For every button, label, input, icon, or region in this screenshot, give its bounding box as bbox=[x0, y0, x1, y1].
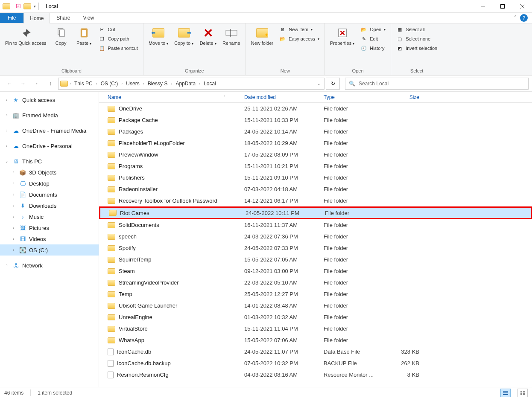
navigation-pane[interactable]: ›★Quick access ›🏢Framed Media ›☁OneDrive… bbox=[0, 92, 99, 387]
open-button[interactable]: 📂Open ▾ bbox=[359, 25, 387, 34]
tab-view[interactable]: View bbox=[76, 13, 100, 23]
nav-framed-media[interactable]: ›🏢Framed Media bbox=[0, 110, 99, 121]
properties-button[interactable]: Properties ▾ bbox=[328, 25, 356, 47]
new-folder-button[interactable]: ✦ New folder bbox=[249, 25, 275, 47]
crumb-0[interactable]: This PC bbox=[73, 81, 94, 87]
rename-button[interactable]: Rename bbox=[221, 25, 242, 47]
crumb-2[interactable]: Users bbox=[124, 81, 141, 87]
minimize-ribbon-icon[interactable]: ˄ bbox=[514, 15, 517, 21]
address-bar[interactable]: › This PC› OS (C:)› Users› Blessy S› App… bbox=[58, 78, 324, 90]
close-button[interactable] bbox=[512, 0, 532, 13]
crumb-4[interactable]: AppData bbox=[174, 81, 197, 87]
file-type: BACKUP File bbox=[319, 360, 382, 366]
table-row[interactable]: Ubisoft Game Launcher14-01-2022 08:48 AM… bbox=[99, 300, 532, 311]
pin-quick-access-button[interactable]: Pin to Quick access bbox=[3, 25, 48, 47]
nav-music[interactable]: ›♪Music bbox=[0, 211, 99, 222]
nav-onedrive-framed[interactable]: ›☁OneDrive - Framed Media bbox=[0, 125, 99, 136]
maximize-button[interactable] bbox=[493, 0, 512, 13]
nav-pictures[interactable]: ›🖼Pictures bbox=[0, 222, 99, 233]
new-item-button[interactable]: 🗎New item ▾ bbox=[278, 25, 321, 34]
table-row[interactable]: Riot Games24-05-2022 10:11 PMFile folder bbox=[99, 206, 532, 219]
folder-icon bbox=[108, 326, 115, 332]
nav-network[interactable]: ›🖧Network bbox=[0, 260, 99, 271]
delete-button[interactable]: ✕ Delete ▾ bbox=[198, 25, 218, 47]
nav-this-pc[interactable]: ⌄🖥This PC bbox=[0, 156, 99, 167]
nav-documents[interactable]: ›📄Documents bbox=[0, 189, 99, 200]
col-size[interactable]: Size bbox=[382, 94, 424, 100]
select-all-button[interactable]: ▦Select all bbox=[395, 25, 439, 34]
copy-path-button[interactable]: ❐Copy path bbox=[97, 35, 140, 43]
nav-quick-access[interactable]: ›★Quick access bbox=[0, 94, 99, 105]
nav-downloads[interactable]: ›⬇Downloads bbox=[0, 200, 99, 211]
recent-dropdown[interactable]: ▾ bbox=[31, 78, 43, 90]
table-row[interactable]: UnrealEngine01-03-2022 10:32 AMFile fold… bbox=[99, 311, 532, 323]
search-box[interactable]: 🔍 bbox=[345, 78, 529, 90]
table-row[interactable]: PreviewWindow17-05-2022 08:09 PMFile fol… bbox=[99, 149, 532, 160]
refresh-button[interactable]: ↻ bbox=[326, 78, 340, 90]
col-type[interactable]: Type bbox=[319, 94, 382, 100]
table-row[interactable]: SolidDocuments16-11-2021 11:37 AMFile fo… bbox=[99, 219, 532, 231]
edit-button[interactable]: ✎Edit bbox=[359, 35, 387, 43]
table-row[interactable]: RadeonInstaller07-03-2022 04:18 AMFile f… bbox=[99, 183, 532, 195]
history-button[interactable]: 🕘History bbox=[359, 44, 387, 52]
table-row[interactable]: IconCache.db.backup07-05-2022 10:32 PMBA… bbox=[99, 357, 532, 369]
table-row[interactable]: IconCache.db24-05-2022 11:07 PMData Base… bbox=[99, 346, 532, 357]
table-row[interactable]: VirtualStore15-11-2021 11:04 PMFile fold… bbox=[99, 323, 532, 334]
table-row[interactable]: Resmon.ResmonCfg04-03-2022 08:16 AMResou… bbox=[99, 369, 532, 381]
nav-3d-objects[interactable]: ›📦3D Objects bbox=[0, 167, 99, 178]
file-date: 15-11-2021 10:33 PM bbox=[239, 117, 319, 123]
up-button[interactable]: ↑ bbox=[44, 78, 56, 90]
copy-to-button[interactable]: ➡ Copy to ▾ bbox=[172, 25, 195, 47]
table-row[interactable]: SquirrelTemp15-05-2022 07:05 AMFile fold… bbox=[99, 254, 532, 265]
icons-view-button[interactable] bbox=[517, 389, 528, 397]
qat-check-icon[interactable]: ☑ bbox=[16, 3, 21, 9]
table-row[interactable]: Packages24-05-2022 10:14 AMFile folder bbox=[99, 126, 532, 137]
table-row[interactable]: Programs15-11-2021 10:21 PMFile folder bbox=[99, 160, 532, 172]
table-row[interactable]: Publishers15-11-2021 09:10 PMFile folder bbox=[99, 172, 532, 183]
table-row[interactable]: PlaceholderTileLogoFolder18-05-2022 10:2… bbox=[99, 137, 532, 149]
file-name: Programs bbox=[119, 163, 143, 169]
table-row[interactable]: Recovery Toolbox for Outlook Password14-… bbox=[99, 195, 532, 206]
downloads-icon: ⬇ bbox=[19, 202, 26, 209]
file-name: PreviewWindow bbox=[119, 151, 158, 158]
crumb-1[interactable]: OS (C:) bbox=[99, 81, 120, 87]
minimize-button[interactable] bbox=[473, 0, 493, 13]
addr-dropdown-icon[interactable]: ⌄ bbox=[317, 81, 322, 86]
search-input[interactable] bbox=[359, 81, 525, 87]
easy-access-button[interactable]: 📂Easy access ▾ bbox=[278, 35, 321, 43]
nav-os-c[interactable]: ›💽OS (C:) bbox=[0, 244, 99, 256]
forward-button[interactable]: → bbox=[17, 78, 29, 90]
table-row[interactable]: speech24-03-2022 07:36 PMFile folder bbox=[99, 231, 532, 242]
crumb-5[interactable]: Local bbox=[202, 81, 218, 87]
nav-videos[interactable]: ›🎞Videos bbox=[0, 233, 99, 244]
tab-share[interactable]: Share bbox=[50, 13, 76, 23]
back-button[interactable]: ← bbox=[3, 78, 15, 90]
file-icon bbox=[108, 349, 114, 355]
nav-onedrive-personal[interactable]: ›☁OneDrive - Personal bbox=[0, 140, 99, 151]
paste-button[interactable]: Paste ▾ bbox=[74, 25, 94, 47]
table-row[interactable]: Package Cache15-11-2021 10:33 PMFile fol… bbox=[99, 114, 532, 126]
col-date[interactable]: Date modified bbox=[239, 94, 319, 100]
paste-shortcut-button[interactable]: 📋Paste shortcut bbox=[97, 44, 140, 52]
table-row[interactable]: WhatsApp15-05-2022 07:06 AMFile folder bbox=[99, 334, 532, 346]
file-list[interactable]: Name˄ Date modified Type Size OneDrive25… bbox=[99, 92, 532, 387]
table-row[interactable]: Steam09-12-2021 03:00 PMFile folder bbox=[99, 265, 532, 277]
crumb-3[interactable]: Blessy S bbox=[146, 81, 170, 87]
select-none-button[interactable]: ▢Select none bbox=[395, 35, 439, 43]
details-view-button[interactable] bbox=[500, 389, 511, 397]
nav-desktop[interactable]: ›🖵Desktop bbox=[0, 178, 99, 189]
table-row[interactable]: Temp25-05-2022 12:27 PMFile folder bbox=[99, 288, 532, 300]
table-row[interactable]: StreamingVideoProvider22-03-2022 05:10 A… bbox=[99, 277, 532, 288]
tab-home[interactable]: Home bbox=[23, 13, 50, 23]
table-row[interactable]: Spotify24-05-2022 07:33 PMFile folder bbox=[99, 242, 532, 254]
table-row[interactable]: OneDrive25-11-2021 02:26 AMFile folder bbox=[99, 103, 532, 114]
qat-folder-icon[interactable] bbox=[23, 3, 31, 9]
help-icon[interactable]: ? bbox=[520, 14, 528, 22]
cut-button[interactable]: ✂Cut bbox=[97, 25, 140, 34]
move-to-button[interactable]: ⬅ Move to ▾ bbox=[147, 25, 170, 47]
qat-dropdown-icon[interactable]: ▾ bbox=[34, 4, 36, 9]
invert-selection-button[interactable]: ◩Invert selection bbox=[395, 44, 439, 52]
col-name[interactable]: Name˄ bbox=[99, 94, 239, 100]
copy-button[interactable]: Copy bbox=[51, 25, 71, 47]
tab-file[interactable]: File bbox=[0, 13, 23, 23]
